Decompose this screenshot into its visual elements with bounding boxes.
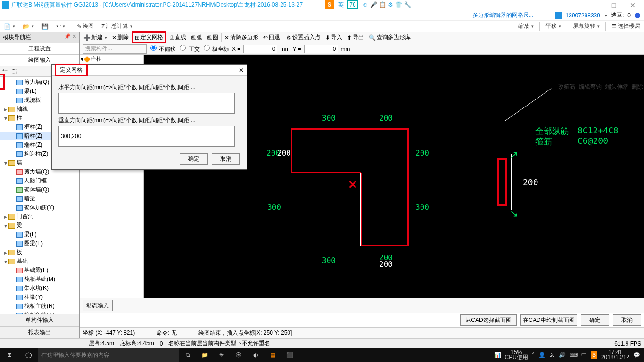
vert-label: 垂直方向间距(mm)=>间距*个数,间距,间距*个数,间距,... xyxy=(58,116,240,124)
draw-tool[interactable]: ✎ 绘图 xyxy=(75,22,96,30)
from-cad-select-button[interactable]: 从CAD选择截面图 xyxy=(460,314,517,326)
name-error-text: 名称在当前层当前构件类型下不允许重名 xyxy=(168,339,270,347)
taskbar-app-1[interactable]: 📁 xyxy=(196,348,213,362)
undo-step-button[interactable]: ↶ 回退 xyxy=(261,33,282,41)
cortana-icon[interactable]: ◯ xyxy=(19,348,38,362)
clear-polygon-button[interactable]: ✕ 清除多边形 xyxy=(223,33,260,41)
single-component-input[interactable]: 单构件输入 xyxy=(0,314,79,326)
vert-spacing-input[interactable] xyxy=(58,126,235,147)
red-rect-top xyxy=(291,128,409,173)
rebar-label-1: 全部纵筋 xyxy=(535,125,569,137)
taskbar-app-3[interactable]: ◐ xyxy=(247,348,264,362)
maximize-button[interactable]: □ xyxy=(604,0,623,10)
modal-cancel-button[interactable]: 取消 xyxy=(212,153,240,165)
draw-line-button[interactable]: 画直线 xyxy=(167,33,188,41)
zoom-menu[interactable]: 缩放▾ xyxy=(516,22,536,30)
report-output[interactable]: 报表输出 xyxy=(0,326,79,338)
tab-project-settings[interactable]: 工程设置 xyxy=(0,43,79,54)
edit-hook[interactable]: 编辑弯钩 xyxy=(579,83,602,91)
sidebar-title: 模块导航栏 xyxy=(3,33,31,41)
export-button[interactable]: ⬆ 导出 xyxy=(345,33,366,41)
x-mark-icon: ✕ xyxy=(348,178,357,191)
delete-rebar[interactable]: 删除 xyxy=(632,83,643,91)
taskbar-edge-icon[interactable]: ⓔ xyxy=(230,348,247,362)
minimize-button[interactable]: — xyxy=(586,0,604,10)
tray-graph-icon[interactable]: 📊 xyxy=(494,352,501,358)
tray-network-icon[interactable]: 🖧 xyxy=(549,352,555,358)
tray-ime-lang[interactable]: 中 xyxy=(581,351,587,359)
edit-stirrup[interactable]: 改箍筋 xyxy=(558,83,575,91)
cpu-usage: 15%CPU使用 xyxy=(505,350,528,360)
draw-arc-button[interactable]: 画弧 xyxy=(189,33,204,41)
save-icon[interactable]: 💾 xyxy=(40,23,50,30)
import-button[interactable]: ⬇ 导入 xyxy=(323,33,344,41)
ime-toolbar-icons[interactable]: ☺🎤📋⚙👕🔧 xyxy=(362,1,412,8)
status-zero: 0 xyxy=(160,340,163,347)
ime-num-icon: 76 xyxy=(347,0,358,9)
polar-radio[interactable]: 极坐标 xyxy=(203,45,229,53)
x-input[interactable] xyxy=(243,45,277,53)
rebar-value-1: 8C12+4C8 xyxy=(578,125,619,135)
account-dropdown-icon[interactable]: ▾ xyxy=(605,13,607,18)
sum-calc[interactable]: Σ 汇总计算▾ xyxy=(99,22,134,30)
dynamic-input-button[interactable]: 动态输入 xyxy=(83,300,113,311)
delete-button[interactable]: ✕ 删除 xyxy=(110,33,131,41)
ime-mode[interactable]: 英 xyxy=(338,1,344,9)
query-library-button[interactable]: 🔍 查询多边形库 xyxy=(367,33,413,41)
open-file-icon[interactable]: 📂▾ xyxy=(21,23,36,30)
rotate-menu[interactable]: 屏幕旋转▾ xyxy=(571,22,602,30)
y-input[interactable] xyxy=(304,45,338,53)
y-unit: mm xyxy=(341,46,350,52)
tray-chevron-icon[interactable]: ˄ xyxy=(532,352,535,358)
clock[interactable]: 17:412018/10/12 xyxy=(601,350,629,360)
taskbar-app-4[interactable]: ▦ xyxy=(264,348,281,362)
red-seg xyxy=(291,172,361,173)
taskbar-app-2[interactable]: ✳ xyxy=(213,348,230,362)
red-rect-right xyxy=(361,173,409,246)
tray-people-icon[interactable]: 👤 xyxy=(538,352,545,358)
search-component-input[interactable]: 搜索构件... xyxy=(83,44,147,54)
footer-ok-button[interactable]: 确定 xyxy=(581,314,609,326)
define-grid-button[interactable]: ⊞ 定义网格 xyxy=(132,31,166,44)
undo-icon[interactable]: ↶▾ xyxy=(54,23,67,30)
credit-value: 0 xyxy=(627,12,631,19)
ortho-radio[interactable]: 正交 xyxy=(179,45,199,53)
coord-readout: 坐标 (X: -447 Y: 821) xyxy=(83,329,135,337)
new-file-icon[interactable]: 📄▾ xyxy=(2,23,17,30)
footer-cancel-button[interactable]: 取消 xyxy=(613,314,641,326)
modal-close-button[interactable]: ✕ xyxy=(239,67,244,74)
new-button[interactable]: ➕ 新建▾ xyxy=(82,33,109,41)
close-button[interactable]: ✕ xyxy=(623,0,642,10)
draw-circle-button[interactable]: 画圆 xyxy=(205,33,220,41)
tray-sogou-icon[interactable]: S xyxy=(591,351,597,359)
end-extend[interactable]: 端头伸缩 xyxy=(605,83,628,91)
taskbar-search[interactable]: 在这里输入你要搜索的内容 xyxy=(38,348,179,362)
taskbar-app-5[interactable]: ⬛ xyxy=(281,348,298,362)
x-label: X = xyxy=(232,46,240,52)
task-view-icon[interactable]: ⧉ xyxy=(179,348,196,362)
command-readout: 命令: 无 xyxy=(157,329,177,337)
offset-none-radio[interactable]: 不偏移 xyxy=(149,45,176,53)
dim-bottom-300: 300 xyxy=(322,256,336,265)
horiz-label: 水平方向间距(mm)=>间距*个数,间距,间距*个数,间距,... xyxy=(58,83,240,91)
dim-top-200: 200 xyxy=(379,114,393,123)
account-number[interactable]: 13907298339 xyxy=(566,12,600,19)
tray-keyboard-icon[interactable]: ⌨ xyxy=(570,352,578,358)
in-cad-draw-button[interactable]: 在CAD中绘制截面图 xyxy=(520,314,577,326)
horiz-spacing-input[interactable] xyxy=(58,93,235,114)
dim-bottom-200w: 200 xyxy=(379,260,393,269)
modal-ok-button[interactable]: 确定 xyxy=(180,153,208,165)
credit-label: 造豆: xyxy=(611,11,624,19)
tray-volume-icon[interactable]: 🔊 xyxy=(559,352,566,358)
tree-collapse-icon[interactable]: ⬚ xyxy=(11,68,17,74)
rebar-info-panel: 全部纵筋 8C12+4C8 箍筋 C6@200 200 ↗ ↘ xyxy=(497,55,644,298)
start-button[interactable]: ⊞ xyxy=(0,348,19,362)
rebar-edit-toolbar[interactable]: 改箍筋 编辑弯钩 端头伸缩 删除 xyxy=(558,83,643,91)
notification-icon[interactable]: 💬 xyxy=(633,352,640,358)
set-insert-point-button[interactable]: ⚙ 设置插入点 xyxy=(284,33,322,41)
pin-icon[interactable]: 📌 ✕ xyxy=(64,33,76,41)
polygon-grid-info: 多边形编辑器的网格尺... xyxy=(472,11,534,19)
select-floor[interactable]: ☰ 选择楼层 xyxy=(610,22,642,30)
pan-menu[interactable]: 平移▾ xyxy=(544,22,563,30)
bean-icon xyxy=(635,13,640,18)
